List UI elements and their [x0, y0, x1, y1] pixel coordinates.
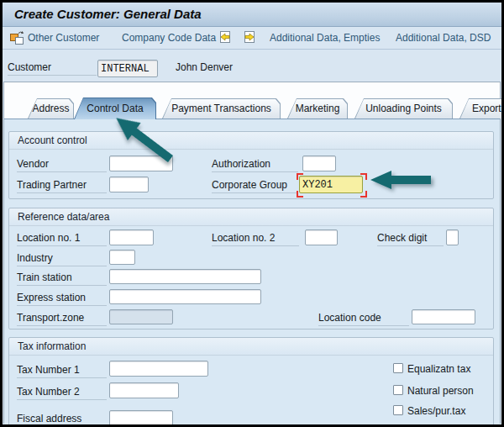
sales-pur-tax-label: Sales/pur.tax	[407, 405, 465, 417]
fiscal-address-label: Fiscal address	[17, 412, 107, 427]
tax-number2-label: Tax Number 2	[17, 385, 107, 400]
customer-header-area: Customer John Denver	[3, 50, 501, 82]
selection-corner-icon	[297, 173, 303, 180]
equalizatn-tax-label: Equalizatn tax	[407, 363, 470, 375]
tab-unloading-points[interactable]: Unloading Points	[354, 98, 453, 119]
authorization-label: Authorization	[212, 157, 298, 172]
authorization-input[interactable]	[302, 156, 336, 171]
account-control-header: Account control	[9, 132, 493, 150]
natural-person-label: Natural person	[407, 385, 474, 397]
other-customer-button[interactable]: Other Customer	[28, 32, 99, 44]
tab-marketing[interactable]: Marketing	[287, 98, 348, 119]
express-station-label: Express station	[17, 291, 107, 306]
tax-information-title: Tax information	[18, 340, 86, 352]
customer-input[interactable]	[97, 60, 158, 77]
tax-information-header: Tax information	[9, 338, 493, 356]
selection-corner-icon	[297, 191, 303, 198]
industry-input[interactable]	[109, 250, 135, 265]
company-code-data-button[interactable]: Company Code Data	[122, 32, 216, 44]
title-bar: Create Customer: General Data	[3, 3, 501, 27]
page-title: Create Customer: General Data	[14, 7, 202, 21]
industry-label: Industry	[17, 251, 107, 266]
vendor-label: Vendor	[17, 157, 107, 172]
reference-data-header: Reference data/area	[9, 208, 493, 226]
application-toolbar: Other Customer Company Code Data Additio…	[3, 27, 501, 50]
train-station-label: Train station	[17, 271, 107, 286]
location-code-input[interactable]	[412, 309, 475, 324]
location-code-label: Location code	[318, 311, 409, 326]
tax-number2-input[interactable]	[109, 382, 179, 398]
location1-input[interactable]	[109, 229, 154, 245]
corporate-group-label: Corporate Group	[212, 178, 298, 193]
sales-pur-tax-checkbox[interactable]	[393, 405, 403, 415]
customer-label: Customer	[8, 61, 97, 76]
next-screen-icon[interactable]	[243, 30, 256, 45]
sap-window: Create Customer: General Data Other Cust…	[0, 0, 504, 427]
tax-number1-label: Tax Number 1	[17, 363, 107, 378]
check-digit-label: Check digit	[377, 231, 444, 246]
additional-data-dsd-button[interactable]: Additional Data, DSD	[396, 32, 491, 44]
check-digit-input[interactable]	[446, 229, 459, 245]
additional-data-empties-button[interactable]: Additional Data, Empties	[270, 32, 380, 44]
corporate-group-input[interactable]	[299, 176, 363, 193]
trading-partner-input[interactable]	[109, 177, 149, 192]
equalizatn-tax-checkbox[interactable]	[393, 363, 403, 373]
tab-payment-transactions[interactable]: Payment Transactions	[162, 98, 281, 119]
selection-corner-icon	[360, 191, 367, 198]
customer-name-text: John Denver	[176, 61, 233, 75]
location2-label: Location no. 2	[212, 231, 299, 246]
fiscal-address-input[interactable]	[109, 410, 173, 426]
location1-label: Location no. 1	[17, 231, 107, 246]
reference-data-title: Reference data/area	[18, 211, 109, 223]
trading-partner-label: Trading Partner	[17, 178, 107, 193]
express-station-input[interactable]	[109, 289, 261, 304]
train-station-input[interactable]	[109, 269, 261, 284]
natural-person-checkbox[interactable]	[393, 385, 403, 395]
tax-number1-input[interactable]	[109, 361, 208, 377]
other-customer-icon	[9, 30, 24, 45]
selection-corner-icon	[360, 173, 367, 180]
previous-screen-icon[interactable]	[218, 30, 232, 45]
transport-zone-label: Transport.zone	[17, 311, 107, 326]
annotation-arrow-field-icon	[370, 170, 432, 190]
transport-zone-input[interactable]	[109, 309, 173, 324]
account-control-title: Account control	[18, 134, 87, 146]
location2-input[interactable]	[305, 229, 338, 245]
